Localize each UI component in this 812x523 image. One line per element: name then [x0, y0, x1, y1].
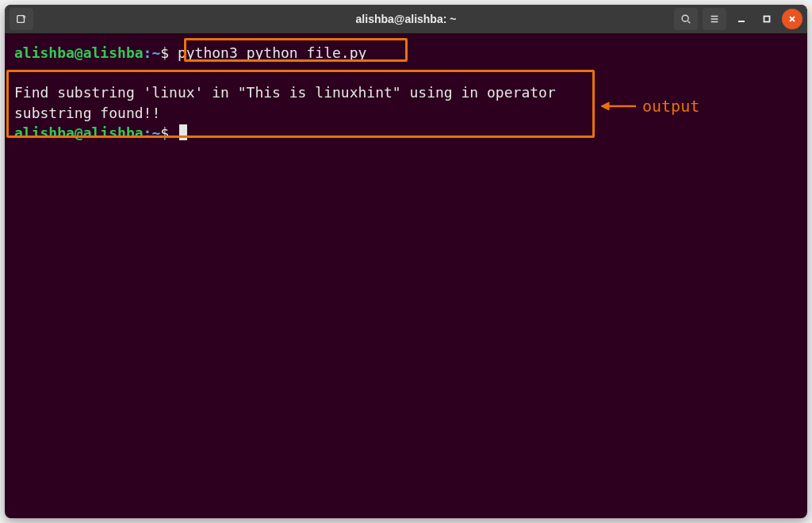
prompt-user-host: alishba@alishba	[14, 44, 144, 61]
terminal-window: alishba@alishba: ~	[5, 5, 807, 518]
titlebar-left-controls	[10, 8, 33, 30]
new-tab-button[interactable]	[10, 8, 33, 30]
prompt-path: ~	[151, 44, 160, 61]
svg-rect-9	[764, 17, 770, 22]
command-highlight-box	[184, 38, 408, 62]
close-button[interactable]	[782, 9, 802, 29]
minimize-button[interactable]	[731, 9, 752, 29]
terminal-body[interactable]: output alishba@alishba:~$ python3 python…	[5, 33, 807, 518]
prompt-symbol: $	[160, 44, 169, 61]
svg-point-3	[682, 15, 688, 21]
arrow-left-icon	[601, 100, 636, 113]
svg-marker-13	[601, 102, 609, 110]
minimize-icon	[737, 15, 745, 23]
hamburger-icon	[709, 13, 720, 25]
new-tab-icon	[16, 13, 27, 25]
maximize-button[interactable]	[756, 9, 777, 29]
titlebar[interactable]: alishba@alishba: ~	[5, 5, 807, 33]
search-button[interactable]	[674, 8, 698, 30]
svg-line-4	[688, 21, 691, 24]
search-icon	[680, 13, 691, 25]
titlebar-right-controls	[674, 8, 802, 30]
annotation-label: output	[642, 95, 699, 117]
close-icon	[788, 15, 796, 23]
maximize-icon	[763, 15, 771, 23]
output-annotation: output	[601, 95, 699, 117]
prompt-separator: :	[144, 44, 152, 61]
hamburger-menu-button[interactable]	[703, 8, 726, 30]
output-highlight-box	[6, 70, 595, 138]
